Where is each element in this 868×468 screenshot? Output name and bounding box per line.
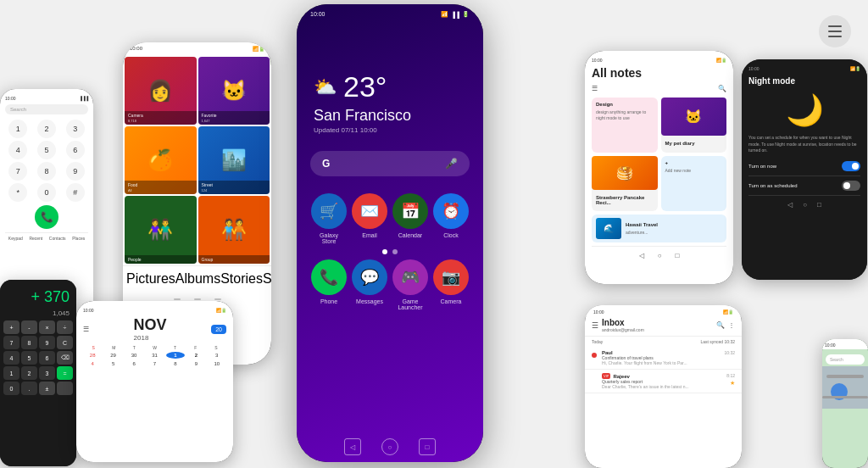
- inbox-more-icon[interactable]: ⋮: [728, 321, 735, 329]
- calc-negate[interactable]: ±: [39, 382, 55, 395]
- key-6[interactable]: 6: [66, 141, 85, 159]
- calc-dot[interactable]: .: [21, 382, 37, 395]
- calc-4[interactable]: 4: [3, 351, 19, 365]
- tab-albums[interactable]: Albums: [175, 271, 220, 287]
- calc-6[interactable]: 6: [39, 351, 55, 365]
- tab-shared[interactable]: Shared: [263, 271, 271, 287]
- gallery-cell-street[interactable]: 🏙️ Street124: [198, 126, 270, 194]
- tab-places[interactable]: Places: [72, 236, 85, 241]
- maps-search[interactable]: Search: [826, 354, 865, 365]
- app-clock[interactable]: ⏰ Clock: [433, 193, 469, 244]
- calc-0[interactable]: 0: [3, 382, 19, 395]
- nm-toggle-2[interactable]: [842, 181, 860, 191]
- app-email[interactable]: ✉️ Email: [352, 193, 387, 244]
- notes-nav-back[interactable]: ◁: [639, 252, 644, 259]
- calc-5[interactable]: 5: [21, 351, 37, 365]
- app-calendar[interactable]: 📅 Calendar: [392, 193, 428, 244]
- tab-contacts[interactable]: Contacts: [49, 236, 66, 241]
- mic-icon[interactable]: 🎤: [445, 158, 458, 170]
- cal-day-3[interactable]: 3: [208, 352, 226, 359]
- key-5[interactable]: 5: [37, 141, 56, 159]
- recents-button[interactable]: □: [419, 438, 436, 455]
- gallery-label-camera: Camera8,718: [125, 111, 197, 125]
- key-8[interactable]: 8: [37, 162, 56, 181]
- app-galaxy-store[interactable]: 🛒 GalaxyStore: [311, 193, 347, 244]
- nm-toggle-1[interactable]: [842, 161, 860, 171]
- note-card-add[interactable]: + Add new note: [661, 156, 727, 211]
- note-hawaii-card[interactable]: 🌊 Hawaii Travel adventure...: [592, 214, 726, 242]
- cal-day-31[interactable]: 31: [145, 352, 164, 359]
- note-card-pet[interactable]: 🐱 My pet diary: [661, 98, 727, 153]
- cal-day-8[interactable]: 8: [166, 360, 185, 367]
- cal-day-10[interactable]: 10: [208, 360, 226, 367]
- cal-day-9[interactable]: 9: [186, 360, 205, 367]
- cal-day-5[interactable]: 5: [103, 360, 122, 367]
- note-card-pancake[interactable]: 🥞 Strawberry Pancake Reci...: [592, 156, 658, 211]
- tab-pictures[interactable]: Pictures: [126, 271, 175, 287]
- gallery-cell-people1[interactable]: 👫 People: [125, 196, 197, 264]
- inbox-star-rajeev[interactable]: ★: [730, 380, 735, 387]
- tab-recent[interactable]: Recent: [29, 236, 42, 241]
- app-game-launcher[interactable]: 🎮 GameLauncher: [392, 259, 428, 310]
- inbox-search-icon[interactable]: 🔍: [716, 321, 725, 329]
- gallery-cell-people2[interactable]: 🧑‍🤝‍🧑 Group: [198, 196, 270, 264]
- inbox-item-rajeev[interactable]: VIP Rajeev Quarterly sales report Dear C…: [585, 370, 742, 393]
- key-4[interactable]: 4: [8, 141, 27, 159]
- cal-menu-icon[interactable]: ☰: [83, 326, 89, 333]
- cal-day-7[interactable]: 7: [145, 360, 164, 367]
- cal-day-29[interactable]: 29: [103, 352, 122, 359]
- call-button[interactable]: 📞: [35, 205, 58, 229]
- key-7[interactable]: 7: [8, 162, 27, 181]
- nm-nav-home[interactable]: ○: [803, 201, 807, 209]
- key-hash[interactable]: #: [66, 183, 85, 202]
- calc-equals[interactable]: =: [57, 366, 73, 380]
- notes-nav-home[interactable]: ○: [658, 252, 662, 259]
- key-1[interactable]: 1: [8, 120, 27, 138]
- cal-day-4[interactable]: 4: [83, 360, 102, 367]
- key-0[interactable]: 0: [37, 183, 56, 202]
- cal-day-30[interactable]: 30: [125, 352, 143, 359]
- calc-8[interactable]: 8: [21, 336, 37, 349]
- tab-stories[interactable]: Stories: [220, 271, 263, 287]
- nm-nav-recents[interactable]: □: [817, 201, 821, 209]
- menu-button[interactable]: [819, 15, 851, 47]
- key-2[interactable]: 2: [37, 120, 56, 138]
- note-card-design[interactable]: Design design anything arrange to night …: [592, 98, 658, 153]
- gallery-cell-camera[interactable]: 👩 Camera8,718: [125, 57, 197, 125]
- cal-day-2[interactable]: 2: [186, 352, 205, 359]
- back-button[interactable]: ◁: [344, 438, 361, 455]
- search-bar[interactable]: G 🎤: [310, 151, 470, 176]
- dialer-search-bar[interactable]: Search: [5, 104, 88, 114]
- app-phone[interactable]: 📞 Phone: [311, 259, 347, 310]
- cal-day-6[interactable]: 6: [125, 360, 143, 367]
- gallery-cell-favorite[interactable]: 🐱 Favorite1,647: [198, 57, 270, 125]
- nm-nav-back[interactable]: ◁: [787, 201, 793, 209]
- home-button[interactable]: ○: [381, 438, 398, 455]
- calc-divide[interactable]: ÷: [57, 320, 73, 334]
- key-3[interactable]: 3: [66, 120, 85, 138]
- inbox-item-paul[interactable]: Paul Confirmation of travel plans Hi, Ch…: [585, 347, 742, 370]
- calc-3[interactable]: 3: [39, 366, 55, 380]
- calc-plus[interactable]: +: [3, 320, 19, 334]
- cal-day-1[interactable]: 1: [166, 352, 185, 359]
- calc-1[interactable]: 1: [3, 366, 19, 380]
- calc-clear[interactable]: C: [57, 336, 73, 349]
- notes-toolbar-icon-search[interactable]: 🔍: [718, 85, 726, 92]
- calc-backspace[interactable]: ⌫: [57, 351, 73, 365]
- calc-minus[interactable]: -: [21, 320, 37, 334]
- calc-times[interactable]: ×: [39, 320, 55, 334]
- calc-9[interactable]: 9: [39, 336, 55, 349]
- notes-toolbar-icon-left[interactable]: ☰: [592, 85, 598, 92]
- calc-2[interactable]: 2: [21, 366, 37, 380]
- calc-7[interactable]: 7: [3, 336, 19, 349]
- notes-nav-recents[interactable]: □: [676, 252, 680, 259]
- tab-keypad[interactable]: Keypad: [8, 236, 23, 241]
- key-9[interactable]: 9: [66, 162, 85, 181]
- cal-day-badge[interactable]: 20: [211, 325, 226, 334]
- gallery-cell-food[interactable]: 🍊 FoodAll: [125, 126, 197, 194]
- cal-day-28[interactable]: 28: [83, 352, 102, 359]
- app-messages[interactable]: 💬 Messages: [352, 259, 387, 310]
- inbox-menu-icon[interactable]: ☰: [592, 321, 598, 330]
- key-star[interactable]: *: [8, 183, 27, 202]
- app-camera[interactable]: 📷 Camera: [433, 259, 469, 310]
